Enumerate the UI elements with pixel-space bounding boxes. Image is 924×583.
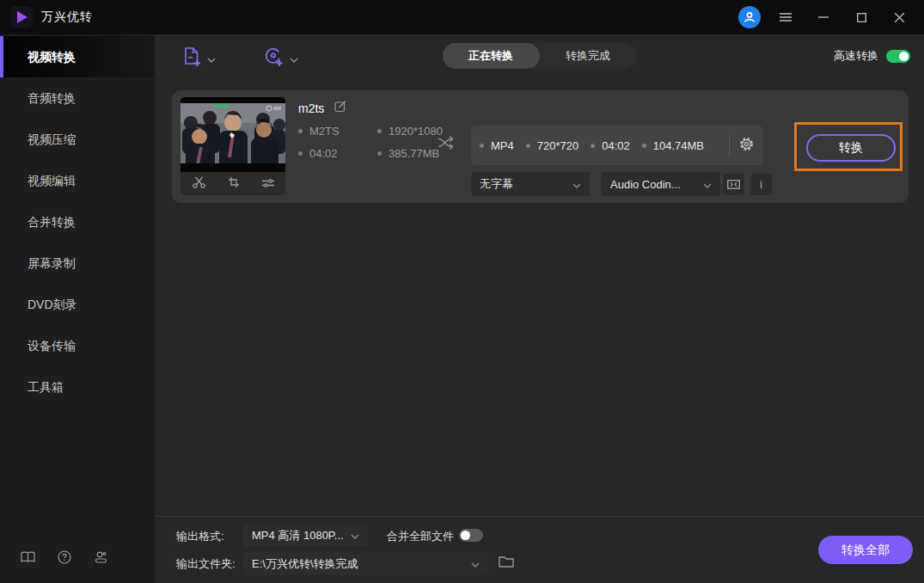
edit-icon[interactable] [334, 100, 347, 116]
compress-icon [727, 177, 740, 193]
sidebar-item-screen-record[interactable]: 屏幕录制 [0, 242, 155, 284]
audio-codec-dropdown-value: Audio Codin... [610, 178, 681, 191]
user-avatar-icon[interactable] [738, 6, 761, 28]
output-format-dropdown[interactable]: MP4 高清 1080P... [243, 524, 368, 547]
app-window: 万兴优转 [0, 0, 924, 583]
high-speed-toggle[interactable] [886, 50, 910, 63]
output-folder-dropdown-value: E:\万兴优转\转换完成 [252, 556, 358, 572]
book-icon[interactable] [21, 551, 35, 567]
add-disc-icon [264, 46, 285, 71]
thumbnail-toolbar [181, 172, 285, 195]
merge-all-toggle[interactable] [459, 529, 483, 542]
scissors-icon[interactable] [192, 176, 206, 192]
convert-all-button[interactable]: 转换全部 [818, 536, 913, 564]
folder-icon[interactable] [499, 555, 514, 571]
sidebar-footer [21, 550, 108, 568]
add-file-button[interactable] [179, 43, 219, 74]
chevron-down-icon [290, 51, 298, 66]
chevron-down-icon [471, 557, 480, 570]
output-format-label: 输出格式: [176, 529, 224, 544]
titlebar: 万兴优转 [0, 0, 924, 34]
shuffle-icon [437, 135, 457, 154]
add-disc-button[interactable] [260, 43, 302, 74]
add-file-icon [182, 46, 202, 71]
source-format: M2TS [309, 125, 340, 138]
close-icon[interactable] [886, 4, 912, 30]
tab-converting[interactable]: 正在转换 [443, 43, 540, 69]
contact-icon[interactable] [94, 551, 108, 567]
sidebar-item-merge-convert[interactable]: 合并转换 [0, 201, 155, 242]
app-logo-play-icon [10, 6, 33, 28]
info-icon: i [760, 178, 762, 191]
output-format: MP4 [491, 139, 514, 152]
crop-icon[interactable] [228, 176, 240, 192]
toolbar: 正在转换 转换完成 高速转换 [155, 34, 924, 77]
subtitle-dropdown[interactable]: 无字幕 [471, 172, 590, 196]
merge-all-label: 合并全部文件 [387, 529, 454, 544]
footer-bar: 输出格式: MP4 高清 1080P... 合并全部文件 输出文件夹: E:\万… [155, 516, 924, 583]
source-info: M2TS 1920*1080 04:02 385.77MB [298, 125, 443, 160]
file-name: m2ts [298, 101, 324, 115]
output-resolution: 720*720 [537, 139, 578, 152]
subtitle-dropdown-value: 无字幕 [480, 176, 513, 192]
main-area: 正在转换 转换完成 高速转换 [155, 34, 924, 583]
video-thumbnail[interactable] [181, 97, 285, 172]
sidebar-item-toolbox[interactable]: 工具箱 [0, 366, 155, 408]
chevron-down-icon [703, 178, 712, 191]
highlight-annotation-box: 转换 [794, 122, 903, 171]
app-title: 万兴优转 [41, 9, 93, 25]
output-info-bar: MP4 720*720 04:02 104.74MB [471, 126, 763, 165]
output-size: 104.74MB [653, 139, 704, 152]
sidebar-item-device-transfer[interactable]: 设备传输 [0, 325, 155, 366]
video-thumbnail-block [181, 97, 285, 195]
output-format-dropdown-value: MP4 高清 1080P... [252, 528, 344, 543]
minimize-icon[interactable] [811, 4, 836, 30]
sidebar-item-dvd-burn[interactable]: DVD刻录 [0, 284, 155, 325]
chevron-down-icon [351, 529, 359, 542]
audio-codec-dropdown[interactable]: Audio Codin... [602, 172, 720, 196]
output-duration: 04:02 [602, 139, 630, 152]
chevron-down-icon [207, 51, 216, 66]
file-card: m2ts M2TS 1920*1080 04:02 385.77MB [172, 90, 909, 203]
chevron-down-icon [572, 178, 581, 191]
convert-button[interactable]: 转换 [806, 134, 896, 162]
gear-icon[interactable] [738, 136, 755, 155]
sidebar: 视频转换 音频转换 视频压缩 视频编辑 合并转换 屏幕录制 DVD刻录 设备传输… [0, 34, 155, 583]
high-speed-label: 高速转换 [834, 48, 878, 64]
output-folder-label: 输出文件夹: [176, 556, 236, 572]
sidebar-item-audio-convert[interactable]: 音频转换 [0, 77, 155, 119]
maximize-icon[interactable] [848, 4, 874, 30]
sidebar-item-video-compress[interactable]: 视频压缩 [0, 119, 155, 160]
source-resolution: 1920*1080 [389, 125, 443, 138]
effects-sliders-icon[interactable] [261, 176, 275, 192]
output-folder-dropdown[interactable]: E:\万兴优转\转换完成 [243, 552, 488, 575]
converting-tabs: 正在转换 转换完成 [443, 43, 637, 69]
sidebar-item-video-convert[interactable]: 视频转换 [0, 36, 155, 77]
menu-icon[interactable] [773, 4, 799, 30]
tab-finished[interactable]: 转换完成 [540, 43, 637, 69]
sidebar-item-video-edit[interactable]: 视频编辑 [0, 160, 155, 201]
compress-button[interactable] [723, 174, 744, 195]
source-duration: 04:02 [309, 147, 338, 160]
source-size: 385.77MB [389, 147, 439, 160]
help-icon[interactable] [58, 550, 71, 568]
info-button[interactable]: i [750, 174, 772, 195]
